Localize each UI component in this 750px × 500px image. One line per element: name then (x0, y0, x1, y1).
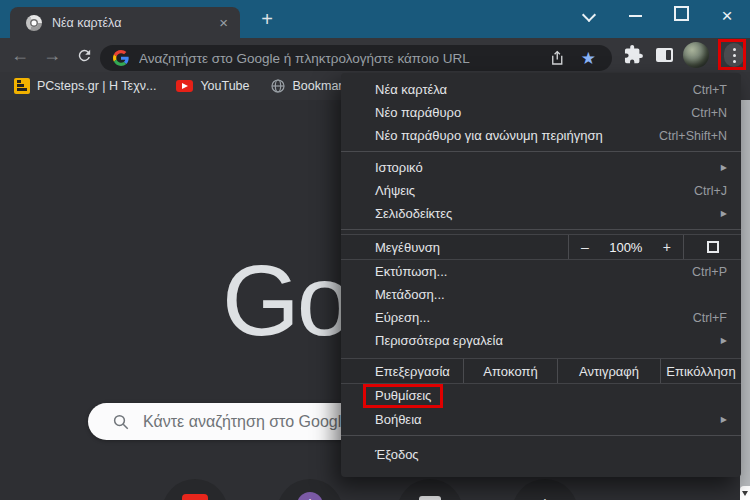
submenu-arrow-icon: ▶ (721, 415, 727, 424)
menu-item-cast[interactable]: Μετάδοση... (341, 283, 741, 306)
shortcut-tile[interactable]: + (512, 479, 578, 500)
chrome-app-menu: Νέα καρτέλα Ctrl+T Νέο παράθυρο Ctrl+N Ν… (341, 73, 741, 477)
menu-item-downloads[interactable]: Λήψεις Ctrl+J (341, 179, 741, 202)
menu-item-exit[interactable]: Έξοδος (341, 442, 741, 466)
menu-item-new-tab[interactable]: Νέα καρτέλα Ctrl+T (341, 78, 741, 101)
page-scrollbar[interactable] (740, 85, 750, 500)
menu-item-new-window[interactable]: Νέο παράθυρο Ctrl+N (341, 101, 741, 124)
forward-icon[interactable]: → (38, 38, 66, 72)
shortcut-tile[interactable] (397, 479, 463, 500)
card-shortcut-icon (419, 496, 441, 500)
menu-item-help[interactable]: Βοήθεια ▶ (341, 408, 741, 431)
title-bar: Νέα καρτέλα × + × (0, 0, 750, 38)
close-window-button[interactable]: × (704, 6, 750, 25)
window-controls: × (566, 0, 750, 30)
cut-button[interactable]: Αποκοπή (463, 359, 557, 383)
address-bar[interactable]: Αναζητήστε στο Google ή πληκτρολογήστε κ… (100, 45, 612, 71)
add-shortcut-icon: + (539, 492, 552, 500)
submenu-arrow-icon: ▶ (721, 209, 727, 218)
maximize-button[interactable] (658, 6, 704, 25)
menu-item-print[interactable]: Εκτύπωση... Ctrl+P (341, 260, 741, 283)
fullscreen-icon (707, 241, 719, 253)
profile-avatar[interactable] (683, 42, 709, 68)
address-bar-placeholder: Αναζητήστε στο Google ή πληκτρολογήστε κ… (139, 51, 549, 66)
menu-item-more-tools[interactable]: Περισσότερα εργαλεία ▶ (341, 329, 741, 352)
submenu-arrow-icon: ▶ (721, 163, 727, 172)
menu-edit-row: Επεξεργασία Αποκοπή Αντιγραφή Επικόλληση (341, 358, 741, 384)
fullscreen-button[interactable] (683, 235, 741, 259)
bookmark-youtube[interactable]: YouTube (176, 79, 249, 93)
menu-zoom-row: Μεγέθυνση – 100% + (341, 234, 741, 260)
plus-shortcut-icon: + (297, 492, 323, 500)
menu-item-bookmarks[interactable]: Σελιδοδείκτες ▶ (341, 202, 741, 225)
tab-close-icon[interactable]: × (215, 15, 232, 30)
menu-item-new-incognito-window[interactable]: Νέο παράθυρο για ανώνυμη περιήγηση Ctrl+… (341, 124, 741, 147)
search-icon (112, 413, 130, 431)
tab-new-tab[interactable]: Νέα καρτέλα × (10, 7, 240, 38)
menu-separator (341, 229, 741, 230)
youtube-favicon-icon (176, 80, 193, 92)
ntp-search-placeholder: Κάντε αναζήτηση στο Googl (143, 413, 341, 431)
menu-separator (341, 151, 741, 152)
menu-item-settings[interactable]: Ρυθμίσεις (341, 384, 741, 408)
submenu-arrow-icon: ▶ (721, 336, 727, 345)
zoom-value: 100% (609, 240, 642, 255)
globe-icon (270, 78, 286, 94)
chevron-down-icon[interactable] (566, 6, 612, 24)
menu-separator (341, 435, 741, 436)
shortcut-tile[interactable]: + (277, 479, 343, 500)
minimize-button[interactable] (612, 6, 658, 24)
side-panel-icon[interactable] (656, 48, 673, 62)
youtube-shortcut-icon (182, 494, 208, 500)
zoom-in-button[interactable]: + (663, 239, 671, 255)
zoom-out-button[interactable]: – (581, 239, 589, 255)
google-g-icon (113, 50, 129, 66)
shortcut-tile[interactable] (162, 479, 228, 500)
shortcut-tiles: + + (0, 479, 750, 500)
menu-item-history[interactable]: Ιστορικό ▶ (341, 156, 741, 179)
back-icon[interactable]: ← (6, 38, 34, 72)
refresh-icon[interactable] (70, 38, 98, 72)
extensions-icon[interactable] (623, 44, 644, 65)
copy-button[interactable]: Αντιγραφή (557, 359, 660, 383)
highlight-box-settings: Ρυθμίσεις (363, 384, 443, 408)
chrome-favicon-icon (26, 15, 42, 31)
scrollbar-down-icon[interactable] (740, 486, 750, 500)
new-tab-button[interactable]: + (256, 9, 278, 31)
menu-item-find[interactable]: Εύρεση... Ctrl+F (341, 306, 741, 329)
zoom-label: Μεγέθυνση (341, 235, 568, 259)
bookmark-star-icon[interactable]: ★ (581, 50, 596, 67)
tab-title: Νέα καρτέλα (52, 16, 215, 30)
edit-label: Επεξεργασία (341, 359, 463, 383)
share-icon[interactable] (549, 49, 567, 67)
paste-button[interactable]: Επικόλληση (660, 359, 741, 383)
highlight-box-menu-button (718, 39, 746, 70)
pcsteps-favicon-icon (14, 78, 30, 94)
bookmark-pcsteps[interactable]: PCsteps.gr | Η Τεχν... (14, 78, 156, 94)
browser-window: Google Κάντε αναζήτηση στο Googl + + Νέα… (0, 0, 750, 500)
